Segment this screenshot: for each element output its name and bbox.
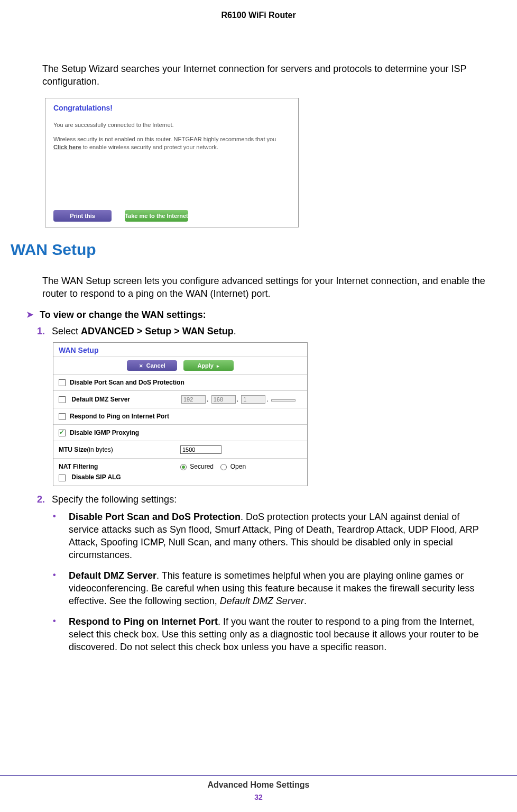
bullet-dot-icon: • [53,569,69,608]
congrats-line2: Wireless security is not enabled on this… [53,135,290,152]
wan-intro-paragraph: The WAN Setup screen lets you configure … [42,275,491,300]
procedure-arrow-icon: ➤ [26,309,33,320]
congrats-line2b: to enable wireless security and protect … [81,144,218,150]
header-title: R6100 WiFi Router [26,11,491,20]
nat-label: NAT Filtering [59,463,180,470]
bullet1-title: Disable Port Scan and DoS Protection [69,512,241,522]
sip-checkbox[interactable] [59,475,66,481]
ip-octet-4[interactable] [271,399,296,402]
portscan-row: Disable Port Scan and DoS Protection [53,375,307,391]
click-here-link[interactable]: Click here [53,144,81,150]
bullet-ping: • Respond to Ping on Internet Port. If y… [53,615,491,654]
congrats-line1: You are successfully connected to the In… [53,122,290,128]
mtu-input[interactable] [180,445,221,454]
step2-number: 2. [37,494,52,505]
apply-label: Apply [197,362,214,369]
bullet2-tail: . [304,596,307,606]
dmz-section-link[interactable]: Default DMZ Server [220,596,304,606]
igmp-row: Disable IGMP Proxying [53,425,307,441]
nat-secured-radio[interactable] [180,464,187,470]
bullet-dmz: • Default DMZ Server. This feature is so… [53,569,491,608]
igmp-checkbox[interactable] [59,430,66,436]
ip-octet-2[interactable]: 168 [211,395,236,404]
congrats-line2a: Wireless security is not enabled on this… [53,136,276,142]
step1-text-a: Select [52,326,81,336]
print-this-button[interactable]: Print this [53,210,112,222]
x-icon: ✕ [139,363,143,369]
step1-number: 1. [37,326,52,337]
wan-setup-panel: WAN Setup ✕Cancel Apply▸ Disable Port Sc… [53,342,308,486]
congrats-heading: Congratulations! [53,104,290,112]
ip-octet-1[interactable]: 192 [181,395,206,404]
nat-open-radio[interactable] [220,464,227,470]
step-2: 2. Specify the following settings: [37,494,491,505]
wan-button-row: ✕Cancel Apply▸ [53,357,307,375]
mtu-row: MTU Size(in bytes) [53,441,307,459]
dmz-checkbox[interactable] [59,396,66,403]
nat-secured-label: Secured [190,463,214,470]
apply-button[interactable]: Apply▸ [183,360,234,371]
page-footer: Advanced Home Settings 32 [0,775,517,801]
ping-checkbox[interactable] [59,413,66,420]
bullet-portscan: • Disable Port Scan and DoS Protection. … [53,510,491,562]
bullet-dot-icon: • [53,510,69,562]
intro-paragraph: The Setup Wizard searches your Internet … [42,62,491,88]
cancel-label: Cancel [146,362,165,369]
portscan-label: Disable Port Scan and DoS Protection [70,379,184,386]
bullet-list: • Disable Port Scan and DoS Protection. … [53,510,491,654]
wan-panel-title: WAN Setup [53,343,307,357]
congrats-screenshot: Congratulations! You are successfully co… [45,98,299,227]
nat-sip-row: NAT Filtering Secured Open Disable SIP A… [53,459,307,485]
wan-setup-heading: WAN Setup [11,241,491,259]
apply-arrow-icon: ▸ [217,363,219,369]
step-1: 1. Select ADVANCED > Setup > WAN Setup. [37,326,491,337]
mtu-unit: (in bytes) [87,446,113,453]
bullet-dot-icon: • [53,615,69,654]
ip-octet-3[interactable]: 1 [241,395,265,404]
step2-text: Specify the following settings: [52,494,177,505]
footer-page-number: 32 [0,793,517,801]
bullet3-title: Respond to Ping on Internet Port [69,616,218,627]
nat-open-label: Open [230,463,246,470]
ping-label: Respond to Ping on Internet Port [70,413,169,420]
step1-path: ADVANCED > Setup > WAN Setup [81,326,234,336]
footer-section-title: Advanced Home Settings [0,780,517,790]
procedure-heading: To view or change the WAN settings: [40,309,206,321]
ping-row: Respond to Ping on Internet Port [53,408,307,425]
dmz-label: Default DMZ Server [71,396,130,403]
take-me-internet-button[interactable]: Take me to the Internet [125,210,188,222]
portscan-checkbox[interactable] [59,379,66,386]
sip-label: Disable SIP ALG [71,473,121,481]
mtu-label: MTU Size [59,446,87,453]
cancel-button[interactable]: ✕Cancel [127,360,177,371]
step1-text-c: . [234,326,236,336]
bullet2-title: Default DMZ Server [69,570,156,581]
igmp-label: Disable IGMP Proxying [70,429,139,436]
dmz-row: Default DMZ Server 192. 168. 1. [53,391,307,408]
dmz-ip-fields: 192. 168. 1. [180,395,302,404]
